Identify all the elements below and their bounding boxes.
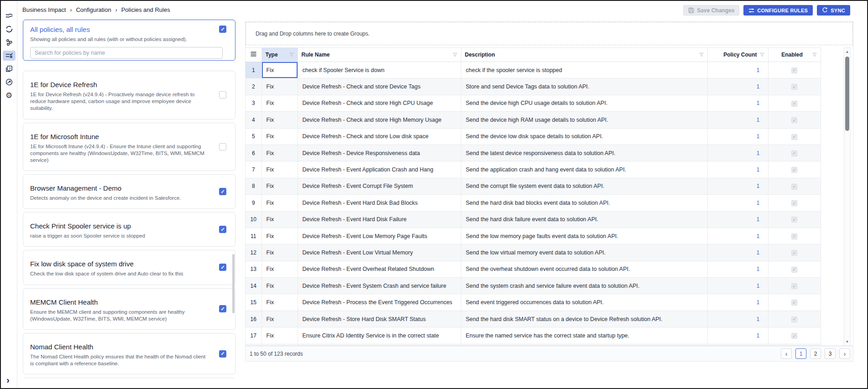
- type-cell[interactable]: Fix: [261, 327, 298, 344]
- enabled-cell[interactable]: ✓: [768, 311, 821, 327]
- scrollbar-thumb[interactable]: [845, 57, 849, 131]
- description-cell[interactable]: Send the device high CPU usage details t…: [461, 95, 707, 111]
- policy-panel-scrollbar[interactable]: [232, 254, 235, 313]
- policy-count-cell[interactable]: 1: [707, 244, 768, 261]
- type-cell[interactable]: Fix: [261, 62, 298, 78]
- row-number-cell[interactable]: 7: [246, 161, 261, 178]
- row-number-cell[interactable]: 8: [246, 178, 261, 194]
- rule-name-cell[interactable]: Device Refresh - Event Hard Disk Bad Blo…: [298, 195, 461, 211]
- row-number-cell[interactable]: 4: [246, 112, 261, 128]
- type-cell[interactable]: Fix: [261, 228, 298, 244]
- policy-count-cell[interactable]: 1: [707, 95, 768, 111]
- sync-circle-icon[interactable]: [3, 24, 16, 34]
- type-cell[interactable]: Fix: [261, 161, 298, 178]
- description-cell[interactable]: Store and send Device Tags data to solut…: [461, 78, 707, 95]
- group-drop-zone[interactable]: Drag and Drop columns here to create Gro…: [246, 22, 853, 45]
- expand-panel-chevron-icon[interactable]: ›: [6, 375, 10, 384]
- enabled-cell[interactable]: ✓: [768, 294, 821, 311]
- page-number-button[interactable]: 2: [810, 348, 821, 359]
- type-cell[interactable]: Fix: [261, 311, 298, 327]
- column-header-enabled[interactable]: Enabled: [768, 48, 821, 62]
- rule-name-cell[interactable]: Device Refresh - Event Low Virtual Memor…: [298, 244, 461, 261]
- policy-card[interactable]: Browser Management - Demo Detects anomal…: [23, 174, 235, 209]
- description-cell[interactable]: Send the device low disk space details t…: [461, 128, 707, 145]
- column-header-type[interactable]: Type: [261, 48, 298, 62]
- policy-card[interactable]: Fix low disk space of system drive Check…: [23, 250, 235, 285]
- row-number-cell[interactable]: 9: [246, 195, 261, 211]
- enabled-cell[interactable]: ✓: [768, 261, 821, 277]
- row-number-cell[interactable]: 11: [246, 228, 261, 244]
- row-number-cell[interactable]: 1: [246, 62, 261, 78]
- policy-checkbox[interactable]: ✓: [219, 226, 226, 233]
- policy-card[interactable]: 1E for Microsoft Intune 1E for Microsoft…: [23, 123, 235, 171]
- policy-count-cell[interactable]: 1: [707, 112, 768, 128]
- enabled-cell[interactable]: ✓: [768, 178, 821, 194]
- row-number-cell[interactable]: 17: [246, 327, 261, 344]
- description-cell[interactable]: Send the hard disk bad blocks event data…: [461, 195, 707, 211]
- policy-checkbox[interactable]: ✓: [219, 305, 226, 312]
- filter-funnel-icon[interactable]: [760, 52, 764, 57]
- type-cell[interactable]: Fix: [261, 278, 298, 294]
- enabled-cell[interactable]: ✓: [768, 62, 821, 78]
- rule-name-cell[interactable]: Device Refresh - Event Hard Disk Failure: [298, 211, 461, 228]
- description-cell[interactable]: Ensure the named service has the correct…: [461, 327, 707, 344]
- description-cell[interactable]: Send the corrupt file system event data …: [461, 178, 707, 194]
- save-changes-button[interactable]: Save Changes: [683, 5, 739, 16]
- type-cell[interactable]: Fix: [261, 211, 298, 228]
- breadcrumb-policies-and-rules[interactable]: Policies and Rules: [121, 6, 170, 13]
- policy-card[interactable]: Nomad Client Health The Nomad Client Hea…: [23, 333, 235, 374]
- policy-card[interactable]: Check Print Spooler service is up raise …: [23, 212, 235, 247]
- row-menu-header[interactable]: [246, 48, 261, 62]
- type-cell[interactable]: Fix: [261, 178, 298, 194]
- rules-check-icon[interactable]: [3, 51, 16, 61]
- column-header-policy-count[interactable]: Policy Count: [707, 48, 768, 62]
- gear-icon[interactable]: ⚙: [3, 90, 16, 100]
- description-cell[interactable]: Send the low memory page faults event da…: [461, 228, 707, 244]
- type-cell[interactable]: Fix: [261, 78, 298, 95]
- column-header-description[interactable]: Description: [461, 48, 707, 62]
- rule-name-cell[interactable]: Ensure Citrix AD Identity Service is in …: [298, 327, 461, 344]
- sync-button[interactable]: SYNC: [817, 5, 850, 16]
- page-number-button[interactable]: 3: [825, 348, 836, 359]
- rule-name-cell[interactable]: Device Refresh - Event Application Crash…: [298, 161, 461, 178]
- policy-count-cell[interactable]: 1: [707, 78, 768, 95]
- description-cell[interactable]: Send the low virtual memory event data t…: [461, 244, 707, 261]
- row-number-cell[interactable]: 13: [246, 261, 261, 277]
- table-vertical-scrollbar[interactable]: ▲ ▼: [844, 47, 851, 346]
- configure-rules-button[interactable]: CONFIGURE RULES: [743, 5, 813, 16]
- policy-checkbox[interactable]: ✓: [219, 26, 226, 33]
- policy-card[interactable]: Solutions Core 1E Solutions Core (v25.1)…: [23, 378, 235, 379]
- type-cell[interactable]: Fix: [261, 145, 298, 161]
- enabled-cell[interactable]: ✓: [768, 211, 821, 228]
- scroll-up-arrow-icon[interactable]: ▲: [844, 48, 850, 55]
- policy-count-cell[interactable]: 1: [707, 195, 768, 211]
- type-cell[interactable]: Fix: [261, 261, 298, 277]
- rule-name-cell[interactable]: Device Refresh - Event Low Memory Page F…: [298, 228, 461, 244]
- row-number-cell[interactable]: 16: [246, 311, 261, 327]
- rule-name-cell[interactable]: Device Refresh - Check and store Device …: [298, 78, 461, 95]
- enabled-cell[interactable]: ✓: [768, 195, 821, 211]
- enabled-cell[interactable]: ✓: [768, 95, 821, 111]
- policy-count-cell[interactable]: 1: [707, 261, 768, 277]
- prev-page-button[interactable]: ‹: [781, 348, 792, 359]
- policy-count-cell[interactable]: 1: [707, 327, 768, 344]
- enabled-cell[interactable]: ✓: [768, 161, 821, 178]
- row-number-cell[interactable]: 3: [246, 95, 261, 111]
- policy-checkbox[interactable]: ✓: [219, 264, 226, 271]
- rule-name-cell[interactable]: check if Spooler Service is down: [298, 62, 461, 78]
- policy-card[interactable]: 1E for Device Refresh 1E for Device Refr…: [23, 71, 235, 119]
- description-cell[interactable]: Send the overheat shutdown event occurre…: [461, 261, 707, 277]
- enabled-cell[interactable]: ✓: [768, 128, 821, 145]
- policy-checkbox[interactable]: ✓: [219, 188, 226, 195]
- description-cell[interactable]: Send the hard disk failure event data to…: [461, 211, 707, 228]
- description-cell[interactable]: Send the device high RAM usage details t…: [461, 112, 707, 128]
- type-cell[interactable]: Fix: [261, 195, 298, 211]
- type-cell[interactable]: Fix: [261, 128, 298, 145]
- row-number-cell[interactable]: 10: [246, 211, 261, 228]
- policy-count-cell[interactable]: 1: [707, 128, 768, 145]
- policy-count-cell[interactable]: 1: [707, 228, 768, 244]
- enabled-cell[interactable]: ✓: [768, 112, 821, 128]
- activity-waves-icon[interactable]: [3, 11, 16, 21]
- rule-name-cell[interactable]: Device Refresh - Device Responsiveness d…: [298, 145, 461, 161]
- filter-funnel-icon[interactable]: [289, 52, 294, 57]
